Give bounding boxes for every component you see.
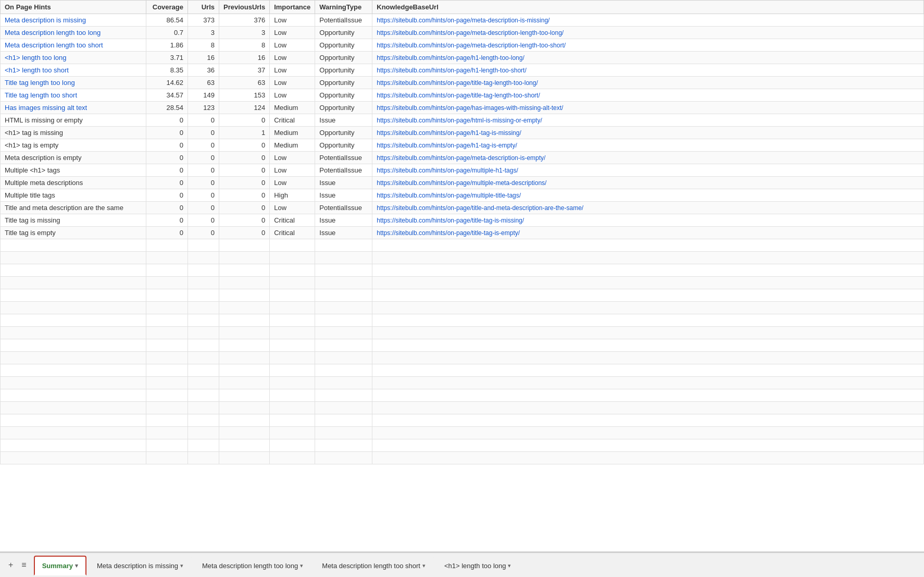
kb-link[interactable]: https://sitebulb.com/hints/on-page/h1-le… — [377, 54, 525, 62]
cell-urls: 63 — [188, 77, 219, 89]
cell-hints[interactable]: Meta description is missing — [1, 14, 146, 27]
cell-kb[interactable]: https://sitebulb.com/hints/on-page/title… — [372, 227, 924, 239]
empty-row — [1, 427, 924, 439]
sheet-menu-button[interactable]: ≡ — [19, 559, 28, 571]
empty-row — [1, 389, 924, 402]
kb-link[interactable]: https://sitebulb.com/hints/on-page/title… — [377, 204, 583, 212]
cell-warningtype: Opportunity — [315, 102, 372, 114]
cell-urls: 0 — [188, 127, 219, 139]
cell-hints[interactable]: <h1> length too short — [1, 64, 146, 77]
cell-kb[interactable]: https://sitebulb.com/hints/on-page/title… — [372, 77, 924, 89]
kb-link[interactable]: https://sitebulb.com/hints/on-page/multi… — [377, 167, 518, 174]
cell-urls: 8 — [188, 39, 219, 52]
sheet-tab-4[interactable]: <h1> length too long▾ — [436, 556, 520, 575]
cell-coverage: 0 — [146, 214, 188, 227]
cell-prevurls: 376 — [219, 14, 270, 27]
cell-importance: Low — [270, 27, 315, 39]
cell-prevurls: 8 — [219, 39, 270, 52]
cell-kb[interactable]: https://sitebulb.com/hints/on-page/multi… — [372, 189, 924, 202]
cell-urls: 373 — [188, 14, 219, 27]
hints-link[interactable]: Meta description length too short — [5, 41, 103, 49]
hints-link[interactable]: Meta description is missing — [5, 16, 86, 24]
add-sheet-button[interactable]: + — [6, 559, 15, 571]
cell-urls: 16 — [188, 52, 219, 64]
cell-hints[interactable]: Meta description length too long — [1, 27, 146, 39]
cell-importance: Medium — [270, 139, 315, 152]
kb-link[interactable]: https://sitebulb.com/hints/on-page/meta-… — [377, 17, 550, 24]
empty-row — [1, 452, 924, 464]
cell-kb[interactable]: https://sitebulb.com/hints/on-page/title… — [372, 214, 924, 227]
empty-row — [1, 264, 924, 277]
cell-coverage: 0 — [146, 177, 188, 189]
cell-kb[interactable]: https://sitebulb.com/hints/on-page/meta-… — [372, 14, 924, 27]
cell-hints[interactable]: Has images missing alt text — [1, 102, 146, 114]
kb-link[interactable]: https://sitebulb.com/hints/on-page/title… — [377, 229, 520, 237]
cell-kb[interactable]: https://sitebulb.com/hints/on-page/has-i… — [372, 102, 924, 114]
cell-urls: 0 — [188, 152, 219, 164]
cell-hints[interactable]: <h1> length too long — [1, 52, 146, 64]
sheet-tab-1[interactable]: Meta description is missing▾ — [89, 556, 192, 575]
cell-coverage: 86.54 — [146, 14, 188, 27]
hints-link[interactable]: Title tag length too long — [5, 79, 75, 87]
cell-prevurls: 37 — [219, 64, 270, 77]
cell-urls: 3 — [188, 27, 219, 39]
col-header-coverage: Coverage — [146, 1, 188, 14]
col-header-prevurls: PreviousUrls — [219, 1, 270, 14]
cell-kb[interactable]: https://sitebulb.com/hints/on-page/title… — [372, 89, 924, 102]
empty-row — [1, 364, 924, 377]
cell-hints: HTML is missing or empty — [1, 114, 146, 127]
chevron-down-icon: ▾ — [300, 562, 303, 569]
table-row: Title tag is missing000CriticalIssuehttp… — [1, 214, 924, 227]
cell-hints[interactable]: Title tag length too short — [1, 89, 146, 102]
hints-link[interactable]: Has images missing alt text — [5, 104, 87, 112]
cell-kb[interactable]: https://sitebulb.com/hints/on-page/title… — [372, 202, 924, 214]
chevron-down-icon: ▾ — [75, 562, 78, 569]
hints-link[interactable]: <h1> length too long — [5, 54, 67, 62]
kb-link[interactable]: https://sitebulb.com/hints/on-page/title… — [377, 217, 524, 224]
kb-link[interactable]: https://sitebulb.com/hints/on-page/has-i… — [377, 104, 563, 112]
kb-link[interactable]: https://sitebulb.com/hints/on-page/title… — [377, 92, 540, 99]
table-row: Meta description is missing86.54373376Lo… — [1, 14, 924, 27]
hints-link[interactable]: Title tag length too short — [5, 91, 77, 99]
kb-link[interactable]: https://sitebulb.com/hints/on-page/meta-… — [377, 42, 566, 49]
cell-hints[interactable]: Title tag length too long — [1, 77, 146, 89]
cell-hints: <h1> tag is empty — [1, 139, 146, 152]
cell-kb[interactable]: https://sitebulb.com/hints/on-page/meta-… — [372, 27, 924, 39]
kb-link[interactable]: https://sitebulb.com/hints/on-page/h1-le… — [377, 67, 527, 74]
kb-link[interactable]: https://sitebulb.com/hints/on-page/meta-… — [377, 29, 564, 36]
kb-link[interactable]: https://sitebulb.com/hints/on-page/meta-… — [377, 154, 545, 162]
cell-kb[interactable]: https://sitebulb.com/hints/on-page/h1-ta… — [372, 139, 924, 152]
cell-urls: 0 — [188, 139, 219, 152]
cell-kb[interactable]: https://sitebulb.com/hints/on-page/multi… — [372, 177, 924, 189]
cell-kb[interactable]: https://sitebulb.com/hints/on-page/meta-… — [372, 152, 924, 164]
cell-kb[interactable]: https://sitebulb.com/hints/on-page/h1-ta… — [372, 127, 924, 139]
cell-warningtype: Issue — [315, 177, 372, 189]
kb-link[interactable]: https://sitebulb.com/hints/on-page/multi… — [377, 192, 521, 199]
kb-link[interactable]: https://sitebulb.com/hints/on-page/html-… — [377, 117, 542, 124]
tab-label: Meta description is missing — [97, 562, 178, 570]
cell-coverage: 0 — [146, 164, 188, 177]
cell-kb[interactable]: https://sitebulb.com/hints/on-page/html-… — [372, 114, 924, 127]
cell-kb[interactable]: https://sitebulb.com/hints/on-page/multi… — [372, 164, 924, 177]
hints-link[interactable]: <h1> length too short — [5, 66, 69, 74]
data-table: On Page Hints Coverage Urls PreviousUrls… — [0, 0, 924, 464]
cell-importance: High — [270, 189, 315, 202]
sheet-tab-0[interactable]: Summary▾ — [34, 556, 86, 575]
kb-link[interactable]: https://sitebulb.com/hints/on-page/h1-ta… — [377, 142, 517, 149]
hints-link[interactable]: Meta description length too long — [5, 29, 101, 36]
cell-urls: 0 — [188, 114, 219, 127]
cell-kb[interactable]: https://sitebulb.com/hints/on-page/h1-le… — [372, 64, 924, 77]
cell-hints: Title tag is missing — [1, 214, 146, 227]
sheet-tab-3[interactable]: Meta description length too short▾ — [314, 556, 434, 575]
cell-hints[interactable]: Meta description length too short — [1, 39, 146, 52]
tab-bar-wrapper: Summary▾Meta description is missing▾Meta… — [33, 555, 922, 575]
cell-kb[interactable]: https://sitebulb.com/hints/on-page/meta-… — [372, 39, 924, 52]
table-row: <h1> length too short8.353637LowOpportun… — [1, 64, 924, 77]
sheet-tab-2[interactable]: Meta description length too long▾ — [194, 556, 311, 575]
spreadsheet-container[interactable]: On Page Hints Coverage Urls PreviousUrls… — [0, 0, 924, 552]
cell-warningtype: PotentialIssue — [315, 164, 372, 177]
kb-link[interactable]: https://sitebulb.com/hints/on-page/multi… — [377, 179, 546, 187]
kb-link[interactable]: https://sitebulb.com/hints/on-page/h1-ta… — [377, 129, 521, 137]
kb-link[interactable]: https://sitebulb.com/hints/on-page/title… — [377, 79, 538, 87]
cell-kb[interactable]: https://sitebulb.com/hints/on-page/h1-le… — [372, 52, 924, 64]
